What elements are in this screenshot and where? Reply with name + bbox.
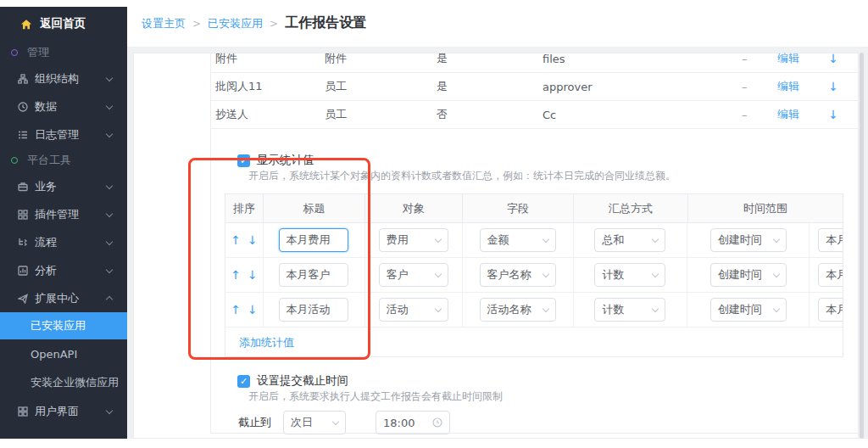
sidebar-section-admin: 管理 xyxy=(0,41,127,64)
sidebar-item-org-structure[interactable]: 组织结构 xyxy=(0,64,127,92)
sort-down-icon[interactable]: ↓ xyxy=(248,233,258,247)
chevron-down-icon xyxy=(106,406,113,413)
chevron-up-icon xyxy=(106,296,113,303)
stats-row: ↑ ↓ 客户 客户名称 计数 创建时间 本月 xyxy=(225,258,843,293)
stat-title-input[interactable] xyxy=(279,228,348,252)
chevron-down-icon xyxy=(652,235,659,242)
breadcrumb-separator: > xyxy=(192,18,201,30)
chevron-down-icon xyxy=(106,182,113,188)
aggregation-select[interactable]: 总和 xyxy=(594,228,665,252)
circle-icon-green xyxy=(11,157,18,164)
chevron-down-icon xyxy=(652,270,659,277)
object-select[interactable]: 客户 xyxy=(379,263,448,287)
sidebar: 返回首页 管理 组织结构 数据 日志管理 平台工具 业务 xyxy=(0,7,127,439)
sidebar-item-business[interactable]: 业务 xyxy=(0,172,127,200)
show-stats-label: 显示统计值 xyxy=(257,153,314,168)
page-title: 工作报告设置 xyxy=(285,14,366,32)
sort-down-icon[interactable]: ↓ xyxy=(248,268,258,282)
chevron-down-icon xyxy=(434,235,441,242)
field-select[interactable]: 活动名称 xyxy=(480,298,556,322)
add-stat-link[interactable]: 添加统计值 xyxy=(239,335,294,350)
object-select[interactable]: 费用 xyxy=(379,228,448,252)
sidebar-item-plugin-management[interactable]: 插件管理 xyxy=(0,200,127,228)
time-field-select[interactable]: 创建时间 xyxy=(710,263,787,287)
deadline-to-label: 截止到 xyxy=(238,415,271,430)
show-stats-description: 开启后，系统统计某个对象内的资料计数或者数值汇总，例如：统计本日完成的合同业绩总… xyxy=(248,169,676,183)
table-row: 抄送人 员工 否 Cc – 编辑 ↓ xyxy=(211,101,859,129)
chevron-down-icon xyxy=(542,305,548,311)
ui-icon xyxy=(18,406,28,417)
aggregation-select[interactable]: 计数 xyxy=(594,263,665,287)
flow-icon xyxy=(18,238,28,248)
chevron-down-icon xyxy=(106,102,113,109)
edit-button[interactable]: 编辑 xyxy=(777,107,816,122)
chevron-down-icon xyxy=(434,305,441,311)
time-range-select[interactable]: 本月 xyxy=(818,263,843,287)
stats-table: 排序 标题 对象 字段 汇总方式 时间范围 ↑ ↓ 费用 金额 总和 创建时间 … xyxy=(225,193,843,357)
stats-row: ↑ ↓ 活动 活动名称 计数 创建时间 本月 xyxy=(225,293,843,328)
field-select[interactable]: 金额 xyxy=(480,228,556,252)
sidebar-item-analysis[interactable]: 分析 xyxy=(0,256,127,284)
deadline-description: 开启后，系统要求执行人提交工作报告会有截止时间限制 xyxy=(248,389,503,404)
move-down-icon[interactable]: ↓ xyxy=(816,108,850,121)
sort-down-icon[interactable]: ↓ xyxy=(248,303,258,316)
table-row: 批阅人11 员工 是 approver – 编辑 ↓ xyxy=(211,73,859,101)
field-select[interactable]: 客户名称 xyxy=(480,263,556,287)
vertical-scrollbar[interactable] xyxy=(860,53,864,439)
sidebar-item-workflow[interactable]: 流程 xyxy=(0,228,127,256)
fields-table: 附件 附件 是 files – 编辑 ↓ 批阅人11 员工 是 approver… xyxy=(211,53,859,129)
move-down-icon[interactable]: ↓ xyxy=(816,53,850,65)
chevron-down-icon xyxy=(106,130,113,137)
edit-button[interactable]: 编辑 xyxy=(777,79,816,94)
time-field-select[interactable]: 创建时间 xyxy=(710,298,787,322)
business-icon xyxy=(18,182,28,192)
stats-table-header: 排序 标题 对象 字段 汇总方式 时间范围 xyxy=(225,194,843,223)
chevron-down-icon xyxy=(773,235,780,242)
org-structure-icon xyxy=(18,74,28,84)
chevron-down-icon xyxy=(332,417,339,424)
show-stats-checkbox[interactable]: ✓ xyxy=(237,154,250,167)
show-stats-section-header: ✓ 显示统计值 xyxy=(237,153,314,168)
home-icon xyxy=(20,19,32,29)
sort-up-icon[interactable]: ↑ xyxy=(231,233,241,247)
sidebar-item-expansion-center[interactable]: 扩展中心 xyxy=(0,284,127,312)
analysis-icon xyxy=(18,266,28,276)
sidebar-item-data[interactable]: 数据 xyxy=(0,92,127,120)
sidebar-item-home[interactable]: 返回首页 xyxy=(0,7,127,41)
move-down-icon[interactable]: ↓ xyxy=(816,80,850,93)
page-header: 设置主页 > 已安装应用 > 工作报告设置 xyxy=(127,0,868,47)
edit-button[interactable]: 编辑 xyxy=(777,53,816,66)
breadcrumb-link-installed-apps[interactable]: 已安装应用 xyxy=(208,16,263,31)
breadcrumb-separator: > xyxy=(270,18,278,30)
chevron-down-icon xyxy=(106,210,113,216)
stat-title-input[interactable] xyxy=(279,298,348,322)
chevron-down-icon xyxy=(773,305,780,311)
sidebar-section-platform-tools: 平台工具 xyxy=(0,148,127,172)
time-field-select[interactable]: 创建时间 xyxy=(710,228,787,252)
chevron-down-icon xyxy=(106,238,113,244)
deadline-checkbox[interactable]: ✓ xyxy=(237,375,250,388)
sidebar-subitem-installed-apps[interactable]: 已安装应用 xyxy=(0,312,127,339)
expand-center-icon xyxy=(18,294,28,304)
breadcrumb-link-settings-home[interactable]: 设置主页 xyxy=(142,16,186,31)
table-row: 附件 附件 是 files – 编辑 ↓ xyxy=(211,53,859,73)
app-window: 返回首页 管理 组织结构 数据 日志管理 平台工具 业务 xyxy=(0,0,868,448)
sidebar-item-user-interface[interactable]: 用户界面 xyxy=(0,397,127,425)
object-select[interactable]: 活动 xyxy=(379,298,448,322)
sidebar-item-log-management[interactable]: 日志管理 xyxy=(0,120,127,148)
deadline-time-input[interactable]: 18:00 xyxy=(376,411,450,434)
log-list-icon xyxy=(18,130,28,140)
chevron-down-icon xyxy=(652,305,659,311)
chevron-down-icon xyxy=(434,270,441,277)
deadline-day-select[interactable]: 次日 xyxy=(283,411,346,434)
sidebar-subitem-install-wechat-app[interactable]: 安装企业微信应用 xyxy=(0,368,127,397)
stat-title-input[interactable] xyxy=(279,263,348,287)
clock-icon xyxy=(18,102,28,112)
sort-up-icon[interactable]: ↑ xyxy=(231,268,241,282)
time-range-select[interactable]: 本月 xyxy=(818,298,843,322)
time-range-select[interactable]: 本月 xyxy=(818,228,843,252)
chevron-down-icon xyxy=(106,74,113,81)
sidebar-subitem-openapi[interactable]: OpenAPI xyxy=(0,339,127,368)
sort-up-icon[interactable]: ↑ xyxy=(231,303,241,316)
aggregation-select[interactable]: 计数 xyxy=(594,298,665,322)
